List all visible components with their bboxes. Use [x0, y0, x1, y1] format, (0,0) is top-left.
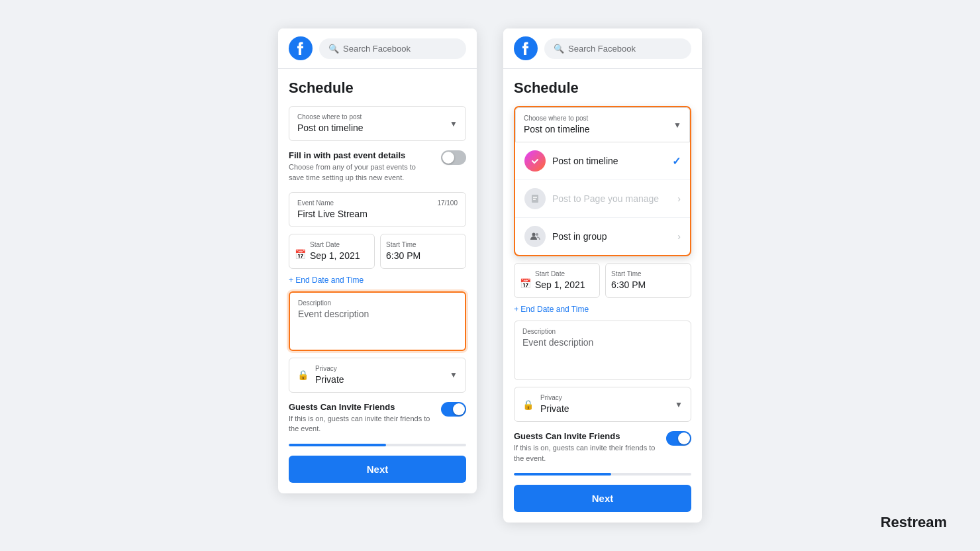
panel1-fill-toggle[interactable] — [441, 150, 466, 165]
panel1-start-date[interactable]: 📅 Start Date Sep 1, 2021 — [289, 234, 375, 269]
panel2-guests-toggle[interactable] — [666, 431, 691, 446]
panel1-where-arrow: ▼ — [450, 119, 458, 128]
panel1-guests-title: Guests Can Invite Friends — [289, 402, 433, 412]
check-icon: ✓ — [672, 155, 681, 168]
panel2-title: Schedule — [514, 79, 691, 97]
panel1-datetime-row: 📅 Start Date Sep 1, 2021 Start Time 6:30… — [289, 234, 466, 269]
panel-1: 🔍 Search Facebook Schedule Choose where … — [278, 28, 477, 493]
panel2-group-label: Post in group — [552, 231, 677, 242]
panel2-menu-item-timeline[interactable]: Post on timeline ✓ — [515, 142, 690, 180]
timeline-icon — [524, 150, 546, 172]
panel2-search-text: Search Facebook — [568, 44, 636, 54]
panel1-time-label: Start Time — [386, 241, 459, 248]
panel2-start-time[interactable]: Start Time 6:30 PM — [605, 263, 691, 298]
panel1-privacy-arrow: ▼ — [450, 370, 458, 379]
panel2-desc-value: Event description — [522, 337, 593, 348]
restream-brand: Restream — [881, 514, 947, 531]
panel2-time-label: Start Time — [611, 270, 684, 277]
panel2-time-value: 6:30 PM — [611, 279, 646, 290]
panel1-privacy-label: Privacy — [315, 365, 458, 372]
panel1-title: Schedule — [289, 79, 466, 97]
panel2-progress-fill — [514, 473, 611, 476]
panel2-where-label: Choose where to post — [524, 115, 681, 122]
panel2-end-date-link[interactable]: + End Date and Time — [514, 305, 691, 314]
panel1-where-to-post[interactable]: Choose where to post Post on timeline ▼ — [289, 106, 466, 141]
svg-rect-3 — [532, 195, 538, 203]
panel2-where-value: Post on timeline — [524, 124, 590, 134]
panel1-guests: Guests Can Invite Friends If this is on,… — [289, 402, 466, 434]
panel1-desc-value: Event description — [298, 309, 369, 319]
panel1-fill-title: Fill in with past event details — [289, 150, 433, 160]
panel2-progress-bar — [514, 473, 691, 476]
panel2-desc-label: Description — [522, 328, 683, 335]
panel2-header: 🔍 Search Facebook — [503, 28, 702, 69]
panel2-menu-item-page[interactable]: Post to Page you manage › — [515, 180, 690, 218]
panel2-group-chevron: › — [677, 231, 681, 242]
facebook-logo — [289, 36, 313, 60]
panel2-search-bar[interactable]: 🔍 Search Facebook — [544, 38, 691, 59]
panel2-date-label: Start Date — [535, 270, 593, 277]
svg-point-6 — [532, 233, 536, 236]
panel-2: 🔍 Search Facebook Schedule Choose where … — [503, 28, 702, 523]
panel2-dropdown-header[interactable]: Choose where to post Post on timeline ▼ — [515, 107, 690, 142]
panel2-where-arrow: ▼ — [673, 121, 681, 130]
panel2-datetime-row: 📅 Start Date Sep 1, 2021 Start Time 6:30… — [514, 263, 691, 298]
search-icon-2: 🔍 — [554, 44, 564, 54]
panel1-event-label: Event Name — [297, 199, 458, 207]
panel1-date-value: Sep 1, 2021 — [310, 250, 360, 261]
panel1-privacy-value: Private — [315, 374, 344, 385]
group-icon — [524, 226, 546, 247]
panel2-page-label: Post to Page you manage — [552, 193, 677, 204]
panel1-header: 🔍 Search Facebook — [278, 28, 477, 69]
panel1-desc-label: Description — [298, 299, 457, 307]
panel2-start-date[interactable]: 📅 Start Date Sep 1, 2021 — [514, 263, 600, 298]
facebook-logo-2 — [514, 36, 538, 60]
lock-icon: 🔒 — [297, 370, 309, 380]
panel2-privacy[interactable]: 🔒 Privacy Private ▼ — [514, 387, 691, 422]
panel1-description[interactable]: Description Event description — [289, 291, 466, 351]
svg-point-7 — [536, 233, 538, 236]
panel1-progress-bar — [289, 444, 466, 446]
panel2-privacy-arrow: ▼ — [675, 400, 683, 409]
panel1-guests-toggle[interactable] — [441, 402, 466, 417]
panel2-dropdown-menu[interactable]: Choose where to post Post on timeline ▼ … — [514, 106, 691, 256]
panel1-event-value: First Live Stream — [297, 209, 368, 219]
panel1-start-time[interactable]: Start Time 6:30 PM — [380, 234, 466, 269]
panel1-next-button[interactable]: Next — [289, 456, 466, 483]
svg-point-2 — [530, 156, 540, 166]
panel2-privacy-label: Privacy — [540, 394, 683, 401]
panel1-fill-desc: Choose from any of your past events to s… — [289, 162, 433, 183]
panel2-guests-desc: If this is on, guests can invite their f… — [514, 443, 658, 464]
panel2-date-value: Sep 1, 2021 — [535, 279, 585, 290]
panel1-progress-fill — [289, 444, 386, 446]
panel1-fill-past: Fill in with past event details Choose f… — [289, 150, 466, 183]
panel2-guests-title: Guests Can Invite Friends — [514, 431, 658, 441]
page-icon — [524, 188, 546, 209]
search-icon: 🔍 — [328, 44, 339, 54]
panel1-where-label: Choose where to post — [297, 113, 458, 121]
panel1-search-text: Search Facebook — [343, 44, 411, 54]
panel1-event-counter: 17/100 — [437, 199, 458, 207]
calendar-icon-2: 📅 — [520, 278, 531, 289]
panel2-guests: Guests Can Invite Friends If this is on,… — [514, 431, 691, 464]
panel2-timeline-label: Post on timeline — [552, 156, 672, 166]
panel1-time-value: 6:30 PM — [386, 250, 420, 261]
panel2-next-button[interactable]: Next — [514, 485, 691, 512]
lock-icon-2: 🔒 — [522, 399, 534, 410]
panel2-page-chevron: › — [677, 193, 681, 204]
panel2-menu-item-group[interactable]: Post in group › — [515, 218, 690, 255]
panel1-privacy[interactable]: 🔒 Privacy Private ▼ — [289, 358, 466, 393]
panel2-privacy-value: Private — [540, 403, 569, 414]
panel1-guests-desc: If this is on, guests can invite their f… — [289, 414, 433, 434]
panel2-description[interactable]: Description Event description — [514, 321, 691, 380]
panel1-where-value: Post on timeline — [297, 123, 364, 133]
panel1-end-date-link[interactable]: + End Date and Time — [289, 276, 466, 285]
panel1-search-bar[interactable]: 🔍 Search Facebook — [319, 38, 466, 59]
calendar-icon: 📅 — [295, 249, 306, 260]
panel1-date-label: Start Date — [310, 241, 368, 248]
panel1-event-name[interactable]: Event Name First Live Stream 17/100 — [289, 192, 466, 227]
